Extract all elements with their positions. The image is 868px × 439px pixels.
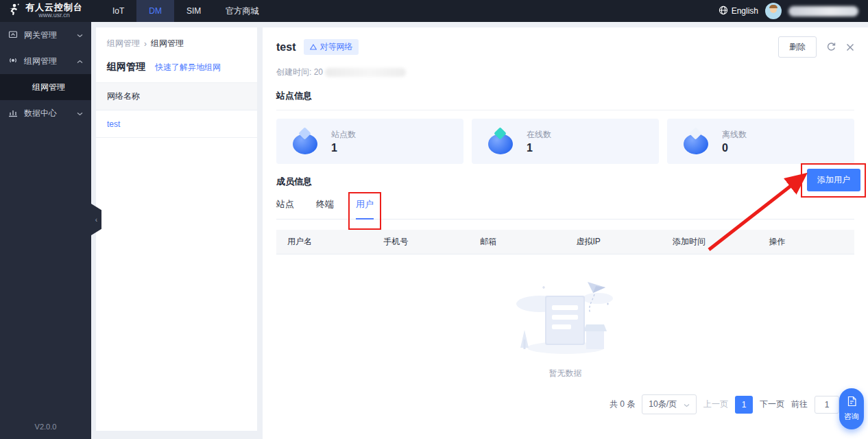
- empty-state-text: 暂无数据: [549, 368, 582, 379]
- member-info-section-title: 成员信息: [276, 176, 854, 188]
- page-number-1[interactable]: 1: [735, 396, 753, 414]
- users-table-header: 用户名 手机号 邮箱 虚拟IP 添加时间 操作: [276, 230, 854, 254]
- chevron-down-icon: [684, 400, 690, 410]
- triangle-icon: [310, 43, 317, 52]
- chevron-down-icon: [77, 30, 83, 40]
- network-title: test: [276, 41, 296, 54]
- usr-mascot-icon: [7, 3, 21, 19]
- globe-icon: [719, 5, 728, 17]
- stat-value: 0: [722, 142, 747, 154]
- online-sphere-icon: [488, 128, 514, 154]
- breadcrumb-root[interactable]: 组网管理: [107, 38, 140, 49]
- topbar: 有人云控制台 www.usr.cn IoT DM SIM 官方商城 Englis…: [0, 0, 868, 22]
- nav-item-store[interactable]: 官方商城: [213, 0, 271, 22]
- consult-label: 咨询: [844, 412, 859, 422]
- sidebar-item-network-mgmt[interactable]: 组网管理: [0, 48, 91, 74]
- stat-card-online: 在线数 1: [472, 119, 659, 164]
- network-type-badge: 对等网络: [304, 39, 359, 55]
- sidebar-item-label: 组网管理: [24, 56, 57, 67]
- stat-label: 在线数: [527, 129, 551, 141]
- logo-title: 有人云控制台: [25, 3, 83, 12]
- network-name-column-header: 网络名称: [96, 83, 257, 110]
- site-info-section-title: 站点信息: [276, 90, 854, 102]
- user-avatar[interactable]: [765, 3, 782, 19]
- chevron-up-icon: [77, 56, 83, 66]
- stat-card-sites: 站点数 1: [276, 119, 463, 164]
- stat-card-offline: 离线数 0: [667, 119, 854, 164]
- tab-terminals[interactable]: 终端: [316, 198, 334, 219]
- list-panel-title: 组网管理: [107, 61, 145, 73]
- col-email: 邮箱: [469, 236, 566, 248]
- breadcrumb-separator-icon: ›: [144, 39, 147, 49]
- add-user-button[interactable]: 添加用户: [807, 169, 860, 191]
- app-logo[interactable]: 有人云控制台 www.usr.cn: [0, 3, 96, 19]
- network-row-test[interactable]: test: [96, 110, 257, 138]
- offline-sphere-icon: [684, 128, 710, 154]
- tab-sites[interactable]: 站点: [276, 198, 294, 219]
- bar-chart-icon: [8, 108, 18, 119]
- goto-label: 前往: [791, 399, 808, 410]
- member-tabs: 站点 终端 用户: [276, 198, 854, 220]
- consult-floating-button[interactable]: 咨询: [839, 388, 864, 429]
- stat-value: 1: [331, 142, 356, 154]
- col-username: 用户名: [276, 236, 373, 248]
- help-link[interactable]: 快速了解异地组网: [155, 62, 221, 73]
- sidebar: 网关管理 组网管理 组网管理 数据中心 V2.0.0: [0, 22, 91, 439]
- pagination-total: 共 0 条: [610, 399, 635, 410]
- refresh-icon[interactable]: [826, 42, 836, 52]
- stat-value: 1: [527, 142, 551, 154]
- badge-label: 对等网络: [320, 41, 352, 53]
- sidebar-subitem-network-mgmt[interactable]: 组网管理: [0, 74, 91, 100]
- created-time: 创建时间: 20: [276, 67, 854, 78]
- created-time-prefix: 创建时间: 20: [276, 67, 323, 78]
- breadcrumb: 组网管理 › 组网管理: [96, 27, 257, 49]
- breadcrumb-current: 组网管理: [151, 38, 184, 49]
- top-nav: IoT DM SIM 官方商城: [100, 0, 271, 22]
- page-size-select[interactable]: 10条/页: [642, 394, 697, 414]
- network-list-panel: 组网管理 › 组网管理 组网管理 快速了解异地组网 网络名称 test: [96, 27, 257, 431]
- col-actions: 操作: [758, 236, 855, 248]
- empty-state: 暂无数据: [276, 276, 854, 379]
- goto-page-input[interactable]: [815, 396, 839, 414]
- username-blurred[interactable]: [788, 6, 858, 16]
- empty-illustration: [505, 276, 626, 359]
- close-icon[interactable]: [846, 43, 854, 51]
- sidebar-item-label: 网关管理: [24, 29, 57, 41]
- logo-subtitle: www.usr.cn: [38, 12, 70, 19]
- col-virtual-ip: 虚拟IP: [566, 236, 662, 248]
- language-switch[interactable]: English: [719, 5, 758, 17]
- tab-users-label: 用户: [356, 199, 374, 209]
- gateway-icon: [8, 29, 18, 41]
- next-page-button[interactable]: 下一页: [760, 399, 784, 410]
- annotation-box-users-tab: [348, 192, 381, 230]
- page-size-value: 10条/页: [649, 399, 677, 410]
- network-name-link[interactable]: test: [107, 119, 120, 129]
- network-detail-panel: test 对等网络 删除 创建时间: 20 站点信息 站点: [263, 27, 868, 439]
- document-icon: [847, 396, 857, 409]
- nav-item-sim[interactable]: SIM: [174, 0, 213, 22]
- col-phone: 手机号: [373, 236, 470, 248]
- divider: [276, 110, 854, 110]
- signal-icon: [8, 56, 18, 67]
- pagination: 共 0 条 10条/页 上一页 1 下一页 前往 页: [276, 394, 854, 414]
- sites-sphere-icon: [293, 128, 319, 154]
- sidebar-subitem-label: 组网管理: [32, 82, 65, 93]
- delete-button[interactable]: 删除: [778, 36, 817, 58]
- col-added-time: 添加时间: [662, 236, 758, 248]
- nav-item-iot[interactable]: IoT: [100, 0, 136, 22]
- language-label: English: [732, 6, 758, 16]
- tab-users[interactable]: 用户: [356, 198, 374, 219]
- sidebar-item-data-center[interactable]: 数据中心: [0, 100, 91, 126]
- prev-page-button[interactable]: 上一页: [703, 399, 728, 410]
- sidebar-item-label: 数据中心: [24, 108, 57, 119]
- sidebar-item-gateway-mgmt[interactable]: 网关管理: [0, 22, 91, 48]
- chevron-down-icon: [77, 108, 83, 118]
- app-version: V2.0.0: [0, 423, 91, 431]
- site-stats: 站点数 1 在线数 1 离线数 0: [276, 119, 854, 164]
- created-time-blurred: [325, 68, 406, 77]
- stat-label: 离线数: [722, 129, 747, 141]
- nav-item-dm[interactable]: DM: [136, 0, 174, 22]
- stat-label: 站点数: [331, 129, 356, 141]
